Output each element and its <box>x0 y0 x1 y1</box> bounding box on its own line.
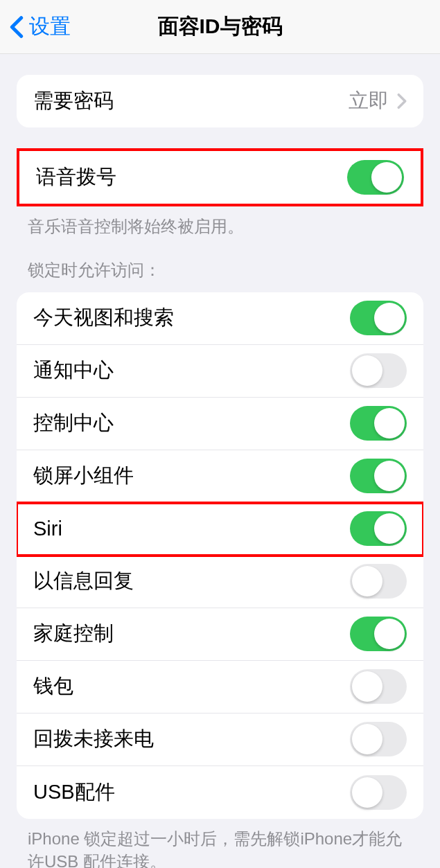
lock-access-toggle[interactable] <box>350 459 407 493</box>
lock-access-row: 家庭控制 <box>17 608 423 661</box>
lock-access-label: 控制中心 <box>33 409 114 437</box>
lock-access-label: Siri <box>33 517 62 540</box>
lock-access-row: 通知中心 <box>17 345 423 398</box>
lock-access-toggle[interactable] <box>350 406 407 441</box>
toggle-knob <box>374 513 405 544</box>
lock-access-label: 今天视图和搜索 <box>33 304 174 332</box>
row-right: 立即 <box>349 87 407 115</box>
voice-dial-toggle[interactable] <box>347 160 404 195</box>
lock-access-row: 钱包 <box>17 661 423 714</box>
voice-dial-row: 语音拨号 <box>19 151 421 204</box>
toggle-knob <box>374 461 405 491</box>
toggle-knob <box>352 671 382 702</box>
lock-access-row: 以信息回复 <box>17 556 423 608</box>
passcode-group: 需要密码 立即 <box>17 75 423 127</box>
content: 需要密码 立即 语音拨号 音乐语音控制将始终被启用。 锁定时允许访问： 今天视图… <box>0 75 440 868</box>
chevron-left-icon <box>10 15 24 39</box>
lock-access-toggle[interactable] <box>350 775 407 810</box>
lock-access-toggle[interactable] <box>350 722 407 756</box>
lock-access-row: 锁屏小组件 <box>17 450 423 503</box>
toggle-knob <box>352 566 382 596</box>
lock-access-row: 回拨未接来电 <box>17 714 423 766</box>
toggle-knob <box>371 162 402 193</box>
toggle-knob <box>374 303 405 333</box>
header-bar: 设置 面容ID与密码 <box>0 0 440 54</box>
lock-access-label: USB配件 <box>33 779 115 806</box>
require-passcode-row[interactable]: 需要密码 立即 <box>17 75 423 127</box>
voice-dial-label: 语音拨号 <box>36 163 116 191</box>
lock-access-toggle[interactable] <box>350 301 407 335</box>
lock-access-toggle[interactable] <box>350 353 407 388</box>
lock-access-group: 今天视图和搜索通知中心控制中心锁屏小组件Siri以信息回复家庭控制钱包回拨未接来… <box>17 292 423 819</box>
lock-access-toggle[interactable] <box>350 617 407 651</box>
lock-access-label: 通知中心 <box>33 357 114 384</box>
lock-access-label: 锁屏小组件 <box>33 462 134 490</box>
lock-access-row: Siri <box>17 503 423 556</box>
lock-access-toggle[interactable] <box>350 511 407 546</box>
toggle-knob <box>352 724 382 754</box>
back-label: 设置 <box>29 12 71 41</box>
lock-access-label: 回拨未接来电 <box>33 725 154 753</box>
lock-access-label: 钱包 <box>33 673 73 700</box>
lock-access-footer: iPhone 锁定超过一小时后，需先解锁iPhone才能允许USB 配件连接。 <box>0 819 440 868</box>
lock-access-header: 锁定时允许访问： <box>0 238 440 288</box>
chevron-right-icon <box>397 93 407 109</box>
toggle-knob <box>374 408 405 439</box>
require-passcode-value: 立即 <box>349 87 389 115</box>
lock-access-toggle[interactable] <box>350 564 407 599</box>
toggle-knob <box>374 619 405 649</box>
lock-access-label: 家庭控制 <box>33 620 114 648</box>
toggle-knob <box>352 355 382 386</box>
voice-dial-footer: 音乐语音控制将始终被启用。 <box>0 206 440 238</box>
lock-access-row: 今天视图和搜索 <box>17 292 423 345</box>
lock-access-row: USB配件 <box>17 766 423 819</box>
toggle-knob <box>352 777 382 808</box>
require-passcode-label: 需要密码 <box>33 87 114 115</box>
voice-dial-group: 语音拨号 <box>17 148 423 206</box>
lock-access-row: 控制中心 <box>17 398 423 450</box>
back-button[interactable]: 设置 <box>0 12 71 41</box>
lock-access-toggle[interactable] <box>350 669 407 704</box>
lock-access-label: 以信息回复 <box>33 567 134 595</box>
